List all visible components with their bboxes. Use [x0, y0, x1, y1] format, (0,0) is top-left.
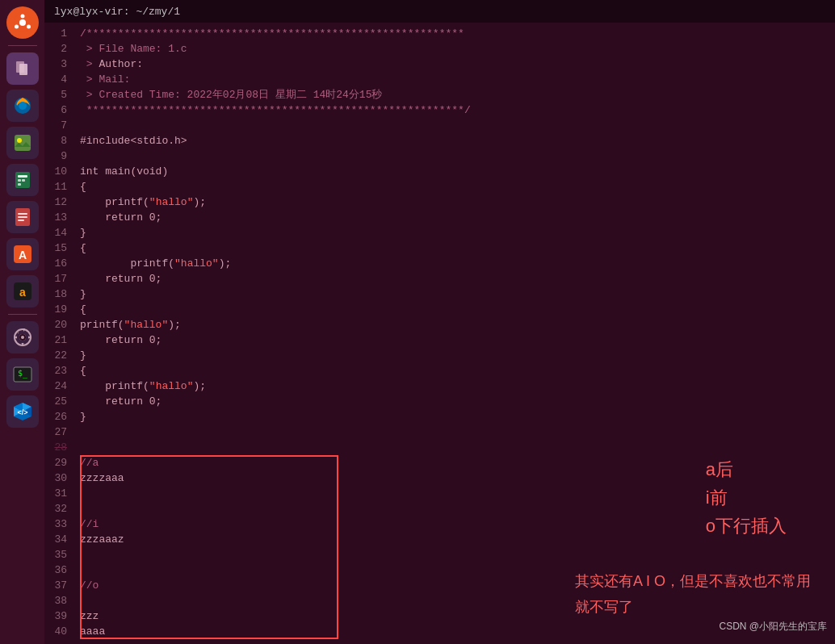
svg-point-2	[20, 15, 24, 19]
svg-point-10	[17, 138, 22, 143]
code-line-2: > File Name: 1.c	[80, 41, 835, 56]
store-icon[interactable]: A	[6, 238, 39, 270]
files-icon[interactable]	[6, 52, 39, 85]
svg-rect-6	[19, 64, 27, 75]
code-line-27	[80, 424, 835, 440]
svg-rect-14	[22, 179, 25, 182]
svg-rect-15	[18, 183, 21, 186]
svg-point-3	[15, 25, 19, 29]
code-line-11: {	[80, 179, 835, 194]
code-line-18: }	[80, 286, 835, 302]
code-line-23: {	[80, 363, 835, 378]
main-area: lyx@lyx-vir: ~/zmy/1 12345 678910 111213…	[44, 0, 835, 644]
vscode-icon[interactable]: </>	[6, 395, 39, 428]
svg-rect-17	[18, 213, 27, 215]
svg-point-4	[27, 25, 31, 29]
code-line-13: return 0;	[80, 210, 835, 225]
editor[interactable]: 12345 678910 1112131415 1617181920 21222…	[44, 23, 835, 644]
code-line-15: {	[80, 240, 835, 256]
titlebar: lyx@lyx-vir: ~/zmy/1	[44, 0, 835, 23]
code-line-10: int main(void)	[80, 164, 835, 179]
code-line-8: #include<stdio.h>	[80, 133, 835, 148]
svg-point-1	[19, 19, 26, 26]
sidebar: A a $_	[0, 0, 44, 644]
photos-icon[interactable]	[6, 127, 39, 159]
svg-rect-9	[15, 135, 31, 151]
code-line-16: printf("hallo");	[80, 256, 835, 271]
code-line-35	[80, 547, 835, 562]
svg-text:A: A	[18, 249, 26, 261]
terminal-icon[interactable]: $_	[6, 358, 39, 391]
svg-rect-19	[18, 220, 24, 221]
svg-rect-18	[18, 216, 27, 218]
line-numbers: 12345 678910 1112131415 1617181920 21222…	[44, 26, 73, 641]
titlebar-text: lyx@lyx-vir: ~/zmy/1	[54, 6, 180, 18]
code-line-20: printf("hallo");	[80, 317, 835, 332]
svg-text:</>: </>	[17, 408, 27, 416]
svg-point-27	[21, 336, 24, 339]
code-line-28	[80, 440, 835, 455]
code-line-22: }	[80, 348, 835, 363]
sidebar-divider-1	[8, 45, 37, 46]
annotation-a: a后 i前 o下行插入	[706, 455, 787, 541]
docs-icon[interactable]	[6, 201, 39, 233]
amazon-icon[interactable]: a	[6, 275, 39, 307]
settings-icon[interactable]	[6, 321, 39, 353]
code-line-9	[80, 148, 835, 164]
code-line-19: {	[80, 302, 835, 317]
code-content: /***************************************…	[73, 26, 835, 641]
svg-text:a: a	[19, 286, 26, 299]
tilde-1: ~	[80, 639, 835, 641]
code-line-3: > Author:	[80, 56, 835, 72]
code-area: 12345 678910 1112131415 1617181920 21222…	[44, 23, 835, 644]
svg-point-8	[19, 102, 27, 110]
code-line-7	[80, 118, 835, 133]
code-line-1: /***************************************…	[80, 26, 835, 41]
code-line-21: return 0;	[80, 332, 835, 348]
calc-icon[interactable]	[6, 164, 39, 196]
firefox-icon[interactable]	[6, 90, 39, 122]
svg-text:$_: $_	[18, 369, 28, 378]
code-line-12: printf("hallo");	[80, 194, 835, 210]
ubuntu-icon[interactable]	[6, 6, 39, 39]
svg-rect-12	[18, 175, 27, 178]
code-line-6: ****************************************…	[80, 102, 835, 118]
code-line-14: }	[80, 225, 835, 240]
code-line-26: }	[80, 409, 835, 424]
code-line-25: return 0;	[80, 394, 835, 409]
annotation-aio: 其实还有A I O，但是不喜欢也不常用 就不写了	[575, 568, 811, 621]
code-line-4: > Mail:	[80, 72, 835, 87]
code-line-17: return 0;	[80, 271, 835, 286]
code-line-24: printf("hallo");	[80, 378, 835, 394]
csdn-watermark: CSDN @小阳先生的宝库	[719, 619, 827, 634]
code-line-5: > Created Time: 2022年02月08日 星期二 14时24分15…	[80, 87, 835, 102]
sidebar-divider-2	[8, 314, 37, 315]
svg-rect-13	[18, 179, 21, 182]
